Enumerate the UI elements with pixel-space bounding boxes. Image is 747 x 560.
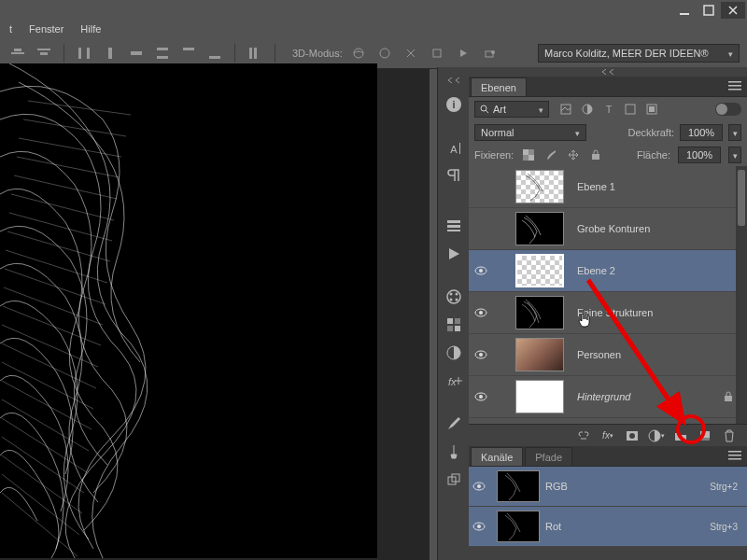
collapse-handle-icon[interactable]	[440, 75, 468, 86]
lock-position-icon[interactable]	[566, 147, 581, 162]
channel-thumbnail[interactable]	[497, 511, 540, 542]
filter-smart-icon[interactable]	[644, 102, 659, 117]
delete-layer-icon[interactable]	[721, 427, 738, 444]
layer-thumbnail[interactable]	[515, 338, 564, 371]
visibility-toggle[interactable]	[472, 346, 489, 363]
menu-t[interactable]: t	[9, 23, 12, 35]
tab-kanaele[interactable]: Kanäle	[471, 447, 523, 466]
menu-hilfe[interactable]: Hilfe	[80, 23, 101, 35]
adjustment-layer-icon[interactable]: ▾	[648, 427, 665, 444]
layer-mask-icon[interactable]	[624, 427, 641, 444]
filter-pixel-icon[interactable]	[558, 102, 573, 117]
document-canvas[interactable]	[0, 63, 377, 558]
distribute-icon-4[interactable]	[152, 43, 173, 63]
filter-type-icon[interactable]: T	[601, 102, 616, 117]
visibility-toggle[interactable]	[472, 178, 489, 195]
layer-name[interactable]: Ebene 2	[577, 265, 615, 276]
blend-mode-dropdown[interactable]: Normal	[474, 124, 586, 141]
play-icon[interactable]	[441, 241, 467, 267]
layer-name[interactable]: Feine Strukturen	[577, 307, 653, 318]
layer-row[interactable]: Grobe Konturen	[469, 208, 747, 250]
info-icon[interactable]: i	[441, 91, 467, 118]
align-icon-2[interactable]	[34, 43, 54, 63]
layer-row[interactable]: Personen	[469, 334, 747, 376]
link-layers-icon[interactable]	[575, 427, 592, 444]
layer-row[interactable]: Ebene 1	[469, 166, 747, 208]
lock-transparency-icon[interactable]	[521, 147, 536, 162]
align-icon-1[interactable]	[7, 43, 28, 63]
menu-fenster[interactable]: Fenster	[29, 23, 63, 35]
filter-toggle-switch[interactable]	[715, 103, 741, 116]
minimize-button[interactable]	[672, 2, 697, 19]
layer-thumbnail[interactable]	[515, 170, 564, 203]
channel-shortcut: Strg+3	[710, 522, 738, 532]
fx-icon[interactable]: fx▾	[599, 427, 616, 444]
brush-presets-icon[interactable]	[441, 439, 467, 465]
3d-icon-4[interactable]	[427, 43, 447, 63]
3d-icon-5[interactable]	[453, 43, 473, 63]
opacity-input[interactable]: 100%	[680, 124, 723, 141]
layer-row[interactable]: Feine Strukturen	[469, 292, 747, 334]
layer-filter-type-dropdown[interactable]: Art	[474, 101, 549, 118]
visibility-toggle[interactable]	[472, 220, 489, 237]
panel-menu-icon[interactable]	[728, 80, 743, 93]
opacity-dropdown-arrow[interactable]	[728, 124, 741, 141]
paragraph-icon[interactable]	[441, 162, 467, 189]
visibility-toggle[interactable]	[472, 388, 489, 405]
lock-pixels-icon[interactable]	[543, 147, 558, 162]
distribute-icon-3[interactable]	[126, 43, 147, 63]
svg-rect-55	[592, 154, 599, 160]
channel-thumbnail[interactable]	[497, 470, 540, 502]
3d-icon-2[interactable]	[374, 43, 395, 63]
3d-icon-6[interactable]	[479, 43, 500, 63]
layer-scrollbar[interactable]	[736, 166, 747, 424]
character-icon[interactable]: A	[441, 134, 467, 161]
lock-all-icon[interactable]	[588, 147, 603, 162]
new-layer-icon[interactable]	[697, 427, 713, 444]
layer-thumbnail[interactable]	[515, 296, 564, 329]
distribute-icon-7[interactable]	[245, 43, 265, 63]
panel-collapse-handle-icon[interactable]	[469, 67, 747, 77]
layer-name[interactable]: Personen	[577, 349, 621, 360]
fill-dropdown-arrow[interactable]	[728, 147, 741, 163]
swatches-icon[interactable]	[441, 312, 467, 338]
channel-row[interactable]: Rot Strg+3	[469, 507, 747, 547]
layer-name[interactable]: Hintergrund	[577, 391, 630, 402]
3d-icon-1[interactable]	[348, 43, 369, 63]
visibility-toggle[interactable]	[472, 304, 489, 321]
clone-source-icon[interactable]	[441, 467, 467, 493]
properties-icon[interactable]	[441, 213, 467, 239]
layer-row[interactable]: Hintergrund	[469, 376, 747, 418]
tab-pfade[interactable]: Pfade	[525, 447, 572, 466]
fill-input[interactable]: 100%	[678, 147, 721, 163]
workspace-dropdown[interactable]: Marco Kolditz, MEER DER IDEEN®	[538, 44, 740, 63]
svg-rect-6	[78, 48, 81, 59]
layer-thumbnail[interactable]	[515, 254, 564, 287]
layer-name[interactable]: Ebene 1	[577, 181, 615, 192]
layer-thumbnail[interactable]	[515, 380, 564, 413]
3d-icon-3[interactable]	[401, 43, 421, 63]
distribute-icon-2[interactable]	[100, 43, 120, 63]
svg-point-17	[380, 49, 389, 58]
filter-adjustment-icon[interactable]	[580, 102, 595, 117]
panel-menu-icon[interactable]	[728, 450, 743, 463]
adjustments-panel-icon[interactable]	[441, 340, 467, 366]
visibility-toggle[interactable]	[472, 262, 489, 279]
close-button[interactable]	[721, 2, 745, 19]
color-icon[interactable]	[441, 284, 467, 310]
tab-ebenen[interactable]: Ebenen	[471, 77, 527, 96]
visibility-toggle[interactable]	[472, 482, 486, 491]
layer-row[interactable]: Ebene 2	[469, 250, 747, 292]
distribute-icon-5[interactable]	[178, 43, 199, 63]
brush-icon[interactable]	[441, 411, 467, 437]
layer-thumbnail[interactable]	[515, 212, 564, 245]
group-icon[interactable]	[672, 427, 689, 444]
filter-shape-icon[interactable]	[623, 102, 638, 117]
distribute-icon-1[interactable]	[74, 43, 94, 63]
styles-icon[interactable]: fx	[441, 368, 467, 394]
distribute-icon-6[interactable]	[204, 43, 225, 63]
maximize-button[interactable]	[697, 2, 721, 19]
visibility-toggle[interactable]	[472, 522, 486, 531]
layer-name[interactable]: Grobe Konturen	[577, 223, 650, 234]
channel-row[interactable]: RGB Strg+2	[469, 467, 747, 507]
